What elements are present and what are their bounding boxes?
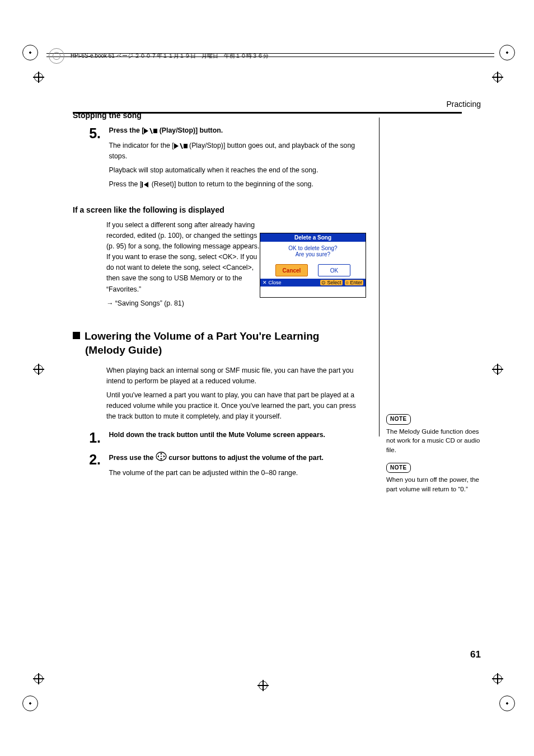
- dialog-ok-button: OK: [318, 264, 350, 276]
- step2-instruction: Press use the cursor buttons to adjust t…: [109, 452, 360, 463]
- step-number-2: 2.: [73, 452, 101, 468]
- step5-p3: Press the [ (Reset)] button to return to…: [109, 179, 360, 190]
- note1-text: The Melody Guide function does not work …: [386, 427, 481, 455]
- print-mark-top-left: [22, 45, 38, 60]
- text: Press the [: [109, 126, 144, 134]
- note-badge: NOTE: [386, 463, 411, 473]
- svg-line-4: [180, 143, 182, 149]
- svg-marker-0: [144, 128, 148, 134]
- text: (Reset)] button to return to the beginni…: [149, 180, 313, 188]
- svg-line-1: [150, 128, 152, 134]
- dialog-body: OK to delete Song? Are you sure?: [260, 242, 366, 261]
- registration-mark: [492, 673, 503, 684]
- ifscreen-body: If you select a different song after alr…: [106, 220, 263, 294]
- svg-rect-6: [142, 182, 143, 187]
- registration-mark: [492, 72, 503, 83]
- dialog-enter-hint: ○ Enter: [345, 280, 363, 285]
- step1-instruction: Hold down the track button until the Mut…: [109, 430, 360, 440]
- dialog-buttons: Cancel OK: [260, 261, 366, 279]
- svg-rect-5: [184, 144, 188, 148]
- play-stop-icon: [144, 128, 157, 134]
- svg-marker-11: [157, 456, 159, 458]
- print-mark-bottom-right: [499, 696, 515, 711]
- melody-title-2: (Melody Guide): [85, 344, 162, 356]
- header-ornament-ring-inner: [53, 52, 60, 60]
- registration-mark: [33, 673, 44, 684]
- text: Press use the: [109, 454, 155, 462]
- registration-mark: [33, 72, 44, 83]
- dialog-footer: ✕ Close ⊙ Select ○ Enter: [260, 279, 366, 287]
- registration-mark: [492, 364, 503, 375]
- sidebar-notes: NOTE The Melody Guide function does not …: [386, 414, 481, 494]
- registration-mark: [33, 364, 44, 375]
- delete-song-dialog: Delete a Song OK to delete Song? Are you…: [260, 233, 366, 298]
- square-bullet-icon: [73, 332, 80, 339]
- melody-p1: When playing back an internal song or SM…: [106, 365, 364, 387]
- text: (Play/Stop)] button.: [157, 126, 223, 134]
- svg-marker-9: [160, 453, 162, 454]
- note-badge: NOTE: [386, 414, 411, 425]
- cursor-dpad-icon: [156, 452, 167, 461]
- dialog-cancel-button: Cancel: [275, 264, 308, 276]
- step-number-5: 5.: [73, 125, 101, 142]
- ifscreen-ref: → “Saving Songs” (p. 81): [106, 298, 263, 309]
- dialog-line1: OK to delete Song?: [288, 245, 337, 251]
- note2-text: When you turn off the power, the part vo…: [386, 475, 481, 494]
- svg-marker-10: [160, 458, 162, 460]
- melody-title-1: Lowering the Volume of a Part You're Lea…: [85, 330, 319, 342]
- ifscreen-title: If a screen like the following is displa…: [73, 205, 364, 214]
- step5-instruction: Press the [ (Play/Stop)] button.: [109, 125, 360, 136]
- page-number: 61: [470, 649, 481, 660]
- step5-p1: The indicator for the [ (Play/Stop)] but…: [109, 140, 360, 162]
- svg-marker-7: [144, 182, 148, 187]
- stopping-title: Stopping the song: [73, 111, 364, 120]
- print-mark-top-right: [499, 45, 515, 60]
- text: Press the [: [109, 180, 142, 188]
- text: The indicator for the [: [109, 142, 174, 149]
- svg-marker-3: [174, 143, 179, 149]
- play-stop-icon: [174, 143, 188, 149]
- registration-mark-center: [257, 680, 269, 691]
- svg-marker-12: [163, 456, 165, 458]
- text: cursor buttons to adjust the volume of t…: [167, 454, 324, 462]
- reset-icon: [142, 182, 149, 187]
- dialog-select-hint: ⊙ Select: [320, 280, 343, 285]
- step-number-1: 1.: [73, 430, 101, 446]
- print-mark-bottom-left: [22, 696, 38, 711]
- dialog-title: Delete a Song: [260, 233, 366, 242]
- melody-heading: Lowering the Volume of a Part You're Lea…: [73, 329, 364, 358]
- melody-p2: Until you've learned a part you want to …: [106, 390, 364, 422]
- step5-p2: Playback will stop automatically when it…: [109, 165, 360, 176]
- dialog-close-hint: ✕ Close: [263, 280, 282, 285]
- step2-body: The volume of the part can be adjusted w…: [109, 468, 360, 478]
- dialog-line2: Are you sure?: [296, 251, 330, 257]
- svg-point-13: [161, 456, 162, 457]
- book-meta-line: HPi-6S-e.book 61 ページ ２００７年１１月１９日 月曜日 午前１…: [71, 52, 269, 60]
